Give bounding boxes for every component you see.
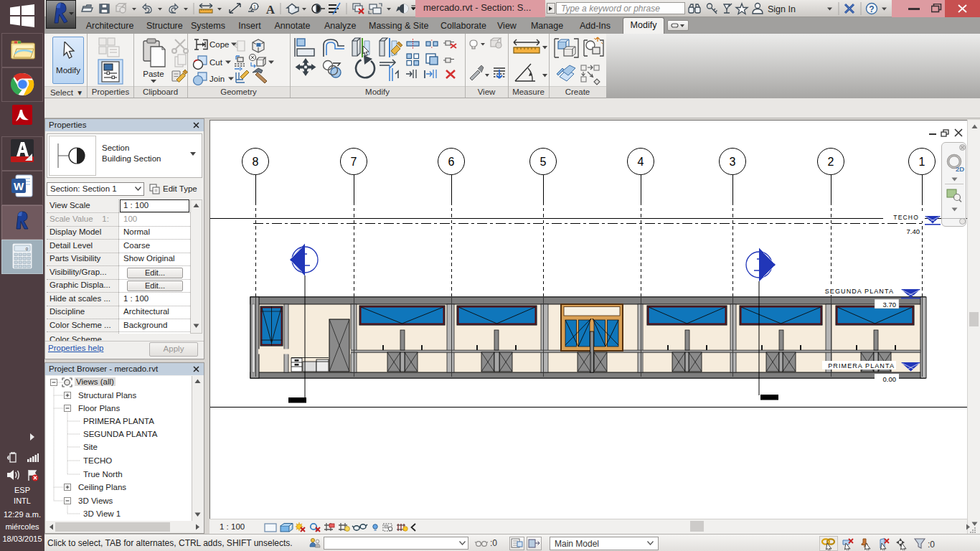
svg-text:4: 4 xyxy=(638,156,644,168)
svg-text:TECHO: TECHO xyxy=(893,214,919,221)
svg-text:SEGUNDA PLANTA: SEGUNDA PLANTA xyxy=(825,288,894,295)
svg-text:PRIMERA PLANTA: PRIMERA PLANTA xyxy=(828,362,895,369)
svg-text:Join: Join xyxy=(209,75,225,83)
svg-text:0.00: 0.00 xyxy=(883,375,897,383)
svg-text:Cope: Cope xyxy=(209,40,230,49)
svg-text:Sign In: Sign In xyxy=(768,4,796,14)
svg-text:2D: 2D xyxy=(956,165,964,173)
svg-text:1: 1 xyxy=(253,4,256,9)
svg-text:6: 6 xyxy=(448,156,455,168)
svg-text:7: 7 xyxy=(351,156,357,168)
svg-text:?: ? xyxy=(869,4,874,14)
svg-text:2: 2 xyxy=(828,156,834,168)
svg-text:A: A xyxy=(266,3,275,17)
svg-text:Paste: Paste xyxy=(143,70,164,78)
svg-text:Cut: Cut xyxy=(209,58,223,67)
svg-text:W: W xyxy=(14,180,24,192)
svg-text:1: 1 xyxy=(919,156,925,168)
svg-text:7.40: 7.40 xyxy=(907,227,920,235)
svg-text::0: :0 xyxy=(928,540,935,550)
svg-text:3.70: 3.70 xyxy=(883,301,897,309)
svg-text:8: 8 xyxy=(253,156,259,168)
svg-text:3: 3 xyxy=(730,156,736,168)
svg-text:5: 5 xyxy=(540,156,547,168)
